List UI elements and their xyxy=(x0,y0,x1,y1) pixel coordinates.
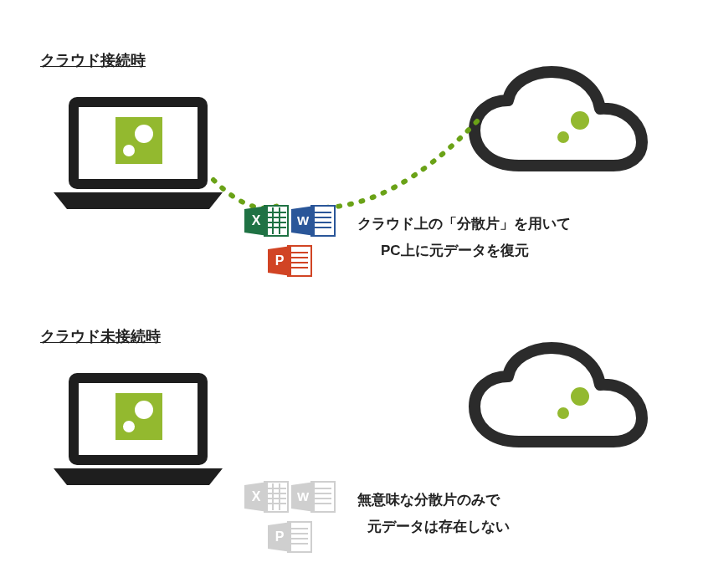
heading-disconnected: クラウド未接続時 xyxy=(40,326,161,346)
caption-disconnected: 無意味な分散片のみで 元データは存在しない xyxy=(357,487,510,541)
svg-text:X: X xyxy=(252,489,261,504)
svg-point-35 xyxy=(571,387,589,406)
caption-disconnected-line1: 無意味な分散片のみで xyxy=(357,492,500,508)
svg-point-34 xyxy=(123,421,135,432)
word-file-icon: W xyxy=(291,206,335,236)
caption-connected: クラウド上の「分散片」を用いて PC上に元データを復元 xyxy=(357,211,571,265)
svg-rect-53 xyxy=(288,522,311,552)
svg-text:X: X xyxy=(252,213,261,228)
connection-dots xyxy=(0,0,703,301)
svg-rect-16 xyxy=(311,206,335,236)
excel-file-icon: X xyxy=(244,206,288,236)
cloud-icon xyxy=(464,341,653,466)
caption-disconnected-line2: 元データは存在しない xyxy=(357,519,510,534)
powerpoint-file-icon: P xyxy=(268,246,311,276)
svg-rect-7 xyxy=(264,206,288,236)
powerpoint-file-icon-disabled: P xyxy=(268,522,311,552)
svg-rect-23 xyxy=(288,246,311,276)
caption-connected-line2: PC上に元データを復元 xyxy=(357,243,529,258)
svg-rect-37 xyxy=(264,482,288,512)
svg-text:W: W xyxy=(297,213,310,228)
file-icons-connected: X W P xyxy=(243,202,343,289)
svg-text:W: W xyxy=(297,489,310,504)
file-icons-disconnected: X W P xyxy=(243,478,343,565)
excel-file-icon-disabled: X xyxy=(244,482,288,512)
svg-text:P: P xyxy=(275,253,285,268)
caption-connected-line1: クラウド上の「分散片」を用いて xyxy=(357,216,571,232)
laptop-icon xyxy=(50,366,226,495)
svg-rect-46 xyxy=(311,482,335,512)
svg-point-33 xyxy=(135,401,153,419)
svg-text:P: P xyxy=(275,529,285,544)
app-tile-icon xyxy=(115,393,162,440)
svg-point-36 xyxy=(557,407,569,419)
word-file-icon-disabled: W xyxy=(291,482,335,512)
